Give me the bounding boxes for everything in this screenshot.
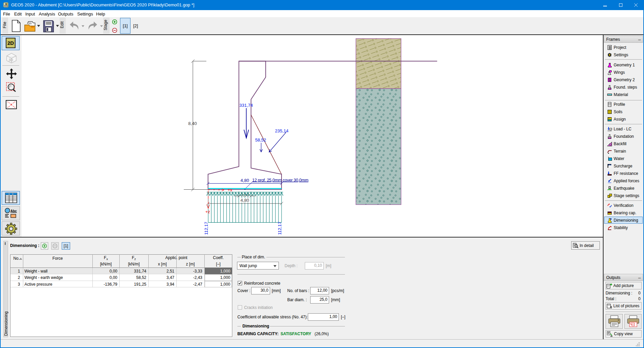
svg-text:2: 2 [610,194,611,196]
svg-text:4,80: 4,80 [240,178,249,183]
svg-text:Abc: Abc [10,209,17,213]
svg-text:3D: 3D [8,58,13,62]
svg-text:8,40: 8,40 [188,121,197,126]
svg-text:12 prof. 25,0mm cover 30,0mm: 12 prof. 25,0mm cover 30,0mm [252,178,309,183]
svg-text:+z: +z [205,209,210,214]
svg-text:+x: +x [228,187,233,192]
svg-text:331,74: 331,74 [239,103,253,108]
svg-text:1: 1 [608,195,610,198]
svg-text:58,52: 58,52 [255,137,266,143]
svg-text:235,14: 235,14 [275,128,289,133]
svg-text:112,17: 112,17 [277,222,282,235]
svg-text:112,17: 112,17 [204,222,209,235]
svg-text:4,80: 4,80 [240,198,249,203]
